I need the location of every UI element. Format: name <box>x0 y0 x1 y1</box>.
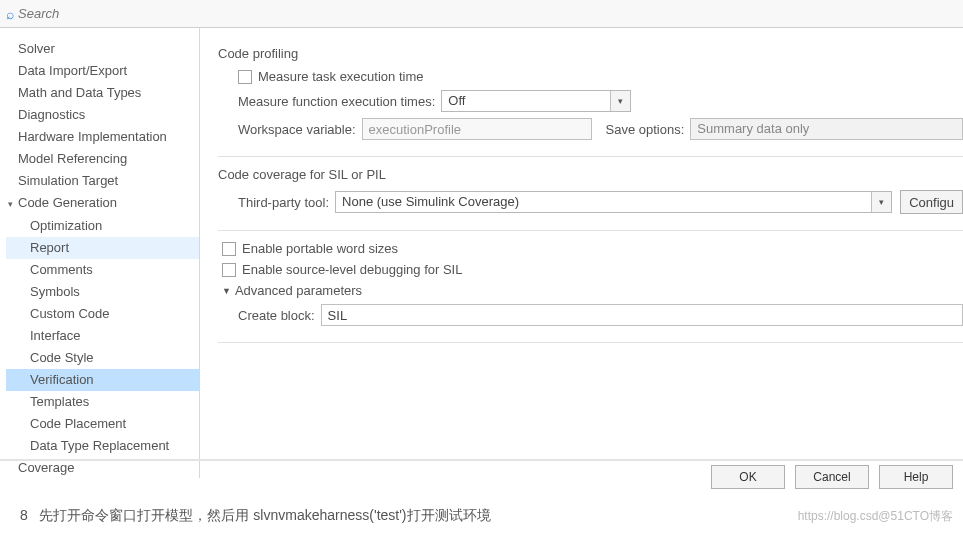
portable-label: Enable portable word sizes <box>242 241 398 256</box>
sidebar-item-data-import[interactable]: Data Import/Export <box>6 60 199 82</box>
sidebar-item-hardware[interactable]: Hardware Implementation <box>6 126 199 148</box>
main-container: Solver Data Import/Export Math and Data … <box>0 28 963 478</box>
cancel-button[interactable]: Cancel <box>795 465 869 489</box>
create-block-label: Create block: <box>238 308 315 323</box>
portable-checkbox[interactable] <box>222 242 236 256</box>
sidebar-item-verification[interactable]: Verification <box>6 369 199 391</box>
sidebar-item-model-ref[interactable]: Model Referencing <box>6 148 199 170</box>
sidebar-item-code-style[interactable]: Code Style <box>6 347 199 369</box>
section-code-coverage: Code coverage for SIL or PIL Third-party… <box>218 167 963 231</box>
sidebar-item-custom-code[interactable]: Custom Code <box>6 303 199 325</box>
sidebar-item-code-placement[interactable]: Code Placement <box>6 413 199 435</box>
measure-fn-value: Off <box>442 91 610 111</box>
ok-button[interactable]: OK <box>711 465 785 489</box>
sidebar-item-math[interactable]: Math and Data Types <box>6 82 199 104</box>
help-button[interactable]: Help <box>879 465 953 489</box>
section-code-profiling: Code profiling Measure task execution ti… <box>218 46 963 157</box>
third-party-label: Third-party tool: <box>238 195 329 210</box>
chevron-down-icon: ▼ <box>222 286 231 296</box>
search-bar: ⌕ <box>0 0 963 28</box>
ws-var-input <box>362 118 592 140</box>
coverage-title: Code coverage for SIL or PIL <box>218 167 963 182</box>
sidebar-item-sim-target[interactable]: Simulation Target <box>6 170 199 192</box>
footer-text: 先打开命令窗口打开模型，然后用 slvnvmakeharness('test')… <box>39 507 490 523</box>
footer-index: 8 <box>20 507 28 523</box>
chevron-down-icon: ▾ <box>871 192 891 212</box>
advanced-header[interactable]: ▼ Advanced parameters <box>218 283 963 298</box>
sidebar: Solver Data Import/Export Math and Data … <box>0 28 200 478</box>
measure-fn-label: Measure function execution times: <box>238 94 435 109</box>
search-icon: ⌕ <box>6 6 14 22</box>
footer-note: 8 先打开命令窗口打开模型，然后用 slvnvmakeharness('test… <box>20 507 491 525</box>
configure-button[interactable]: Configu <box>900 190 963 214</box>
create-block-input[interactable] <box>321 304 963 326</box>
save-options-value: Summary data only <box>690 118 963 140</box>
measure-task-label: Measure task execution time <box>258 69 423 84</box>
profiling-title: Code profiling <box>218 46 963 61</box>
sidebar-item-code-gen[interactable]: Code Generation <box>6 192 199 215</box>
watermark: https://blog.csd@51CTO博客 <box>798 508 953 525</box>
search-input[interactable] <box>18 6 318 21</box>
debug-label: Enable source-level debugging for SIL <box>242 262 462 277</box>
measure-fn-select[interactable]: Off ▾ <box>441 90 631 112</box>
advanced-title: Advanced parameters <box>235 283 362 298</box>
sidebar-item-templates[interactable]: Templates <box>6 391 199 413</box>
sidebar-item-optimization[interactable]: Optimization <box>6 215 199 237</box>
measure-task-checkbox[interactable] <box>238 70 252 84</box>
content-pane: Code profiling Measure task execution ti… <box>200 28 963 478</box>
ws-var-label: Workspace variable: <box>238 122 356 137</box>
third-party-value: None (use Simulink Coverage) <box>336 192 871 212</box>
sidebar-item-diagnostics[interactable]: Diagnostics <box>6 104 199 126</box>
sidebar-item-report[interactable]: Report <box>6 237 199 259</box>
debug-checkbox[interactable] <box>222 263 236 277</box>
chevron-down-icon: ▾ <box>610 91 630 111</box>
sidebar-item-symbols[interactable]: Symbols <box>6 281 199 303</box>
sidebar-item-solver[interactable]: Solver <box>6 38 199 60</box>
third-party-select[interactable]: None (use Simulink Coverage) ▾ <box>335 191 892 213</box>
button-bar: OK Cancel Help <box>0 459 963 493</box>
sidebar-item-dtr[interactable]: Data Type Replacement <box>6 435 199 457</box>
sidebar-item-interface[interactable]: Interface <box>6 325 199 347</box>
sidebar-item-comments[interactable]: Comments <box>6 259 199 281</box>
save-options-label: Save options: <box>606 122 685 137</box>
